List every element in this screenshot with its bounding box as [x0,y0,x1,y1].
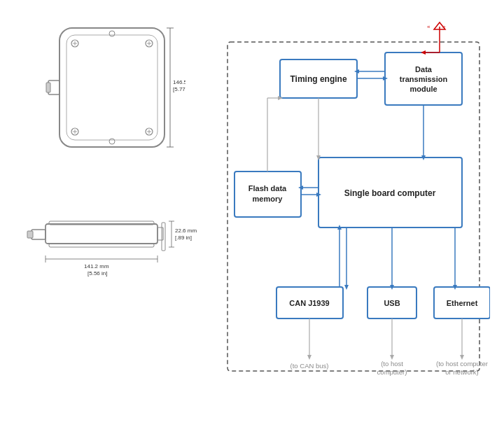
svg-text:Data: Data [415,65,433,74]
svg-marker-86 [307,355,312,360]
svg-text:22.6 mm: 22.6 mm [175,227,197,234]
svg-rect-23 [46,224,158,244]
svg-rect-27 [27,231,33,238]
page: 146.5 mm [5.77 in] [0,0,504,448]
device-top-view: 146.5 mm [5.77 in] [46,21,186,175]
svg-text:[.89 in]: [.89 in] [175,234,192,241]
svg-rect-0 [59,28,164,147]
svg-text:(to CAN bus): (to CAN bus) [290,362,329,370]
block-diagram: « » Timing engine Data transmission modu… [217,21,490,441]
svg-text:(to host  computer: (to host computer [436,360,488,368]
svg-marker-78 [344,285,349,290]
svg-text:141.2 mm: 141.2 mm [84,263,109,270]
svg-rect-17 [46,83,50,92]
svg-marker-90 [460,355,464,360]
svg-text:Single board computer: Single board computer [344,188,436,198]
svg-marker-88 [390,355,394,360]
svg-text:Timing engine: Timing engine [290,74,346,84]
svg-text:146.5 mm: 146.5 mm [173,79,186,85]
svg-text:CAN J1939: CAN J1939 [289,299,329,307]
svg-text:[5.56 in]: [5.56 in] [88,270,107,276]
svg-text:USB: USB [384,299,400,307]
svg-text:or network): or network) [445,368,479,376]
left-panel: 146.5 mm [5.77 in] [14,14,217,434]
svg-text:module: module [410,85,437,93]
svg-text:transmission: transmission [400,75,448,83]
svg-rect-1 [66,35,158,140]
svg-point-15 [109,139,115,144]
svg-text:»: » [442,22,446,29]
svg-point-14 [109,31,115,36]
svg-rect-28 [158,227,163,240]
right-panel: « » Timing engine Data transmission modu… [217,14,490,434]
svg-text:(to host: (to host [381,360,403,368]
svg-text:«: « [427,22,430,29]
svg-text:computer): computer) [377,368,407,376]
svg-text:Flash data: Flash data [248,184,287,192]
svg-text:memory: memory [253,195,284,203]
svg-rect-26 [31,230,46,239]
device-side-view: 22.6 mm [.89 in] 141.2 mm [5.56 in] [24,203,206,294]
svg-text:Ethernet: Ethernet [447,299,478,307]
svg-text:[5.77 in]: [5.77 in] [173,86,186,92]
